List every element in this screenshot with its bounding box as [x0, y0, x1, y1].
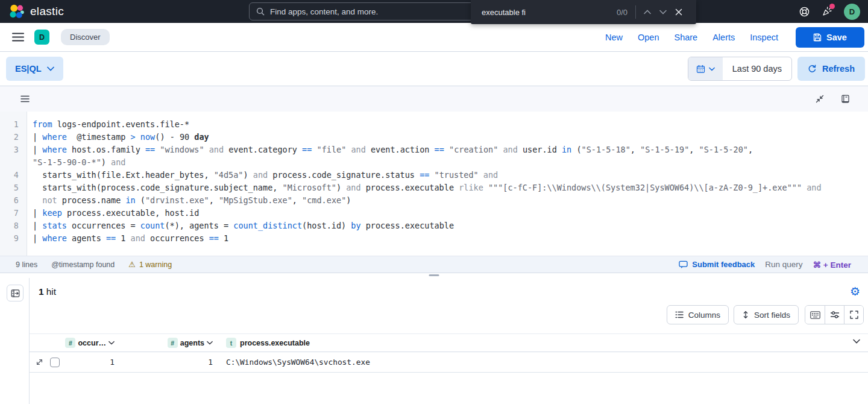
- code-text: "S-1-5-90-0-*") and: [27, 156, 125, 169]
- keyboard-shortcuts-button[interactable]: [805, 306, 825, 324]
- chevron-down-icon[interactable]: [108, 341, 115, 345]
- feedback-label: Submit feedback: [692, 260, 755, 269]
- code-line[interactable]: 2| where @timestamp > now() - 90 day: [0, 131, 868, 144]
- grid-view-button-group: [805, 305, 864, 324]
- code-line[interactable]: 3| where host.os.family == "windows" and…: [0, 144, 868, 156]
- find-next-icon[interactable]: [655, 4, 671, 20]
- inspect-link[interactable]: Inspect: [750, 33, 778, 42]
- timestamp-detected: @timestamp found: [51, 260, 115, 269]
- panel-splitter: [0, 273, 868, 278]
- code-text: not process.name in ("drvinst.exe", "MpS…: [27, 194, 351, 207]
- time-range-value[interactable]: Last 90 days: [723, 57, 791, 80]
- fullscreen-button[interactable]: [844, 306, 863, 324]
- elastic-home-link[interactable]: elastic: [8, 4, 64, 20]
- collapse-editor-icon[interactable]: [815, 94, 825, 104]
- find-match-count: 0/0: [617, 8, 627, 17]
- refresh-button[interactable]: Refresh: [797, 57, 865, 81]
- line-number: 1: [0, 118, 27, 131]
- chevron-down-icon[interactable]: [207, 341, 213, 345]
- resize-handle[interactable]: [429, 274, 439, 276]
- toolbar-actions: New Open Share Alerts Inspect Save: [605, 27, 864, 48]
- sort-icon: [742, 311, 749, 319]
- line-number: 2: [0, 131, 27, 144]
- help-icon[interactable]: [799, 6, 810, 17]
- quick-select-button[interactable]: [688, 57, 723, 80]
- sort-fields-label: Sort fields: [754, 311, 790, 320]
- find-divider: [635, 5, 636, 19]
- line-number: 3: [0, 144, 27, 156]
- warning-count: 1 warning: [139, 260, 172, 269]
- kibana-discover-page: elastic Find apps, content, and more.: [0, 0, 868, 404]
- save-button[interactable]: Save: [796, 27, 864, 48]
- expand-row-icon[interactable]: [36, 358, 43, 366]
- code-line[interactable]: 8| stats occurrences = count(*), agents …: [0, 219, 868, 232]
- gear-icon[interactable]: ⚙: [850, 286, 860, 297]
- columns-button[interactable]: Columns: [667, 305, 729, 324]
- breadcrumb-discover[interactable]: Discover: [61, 29, 110, 45]
- submit-feedback-link[interactable]: Submit feedback: [679, 260, 755, 269]
- code-text: starts_with(process.code_signature.subje…: [27, 181, 822, 194]
- line-number: 6: [0, 194, 27, 207]
- grid-header-row: # occur… # agents t process.executable: [30, 333, 868, 352]
- esql-label: ES|QL: [15, 64, 42, 74]
- occurrences-label: occur…: [78, 339, 106, 347]
- documentation-icon[interactable]: [841, 95, 850, 104]
- header-process-executable[interactable]: t process.executable: [216, 338, 868, 348]
- number-field-badge: #: [168, 338, 178, 348]
- row-checkbox[interactable]: [50, 358, 60, 367]
- line-number: 4: [0, 169, 27, 181]
- process-executable-label: process.executable: [240, 339, 310, 347]
- query-bar: ES|QL La: [0, 52, 868, 86]
- header-actions: D: [799, 0, 860, 23]
- share-link[interactable]: Share: [674, 33, 697, 42]
- cell-occurrences[interactable]: 1: [61, 358, 118, 367]
- run-query-label[interactable]: Run query: [765, 260, 802, 269]
- code-line[interactable]: 1from logs-endpoint.events.file-*: [0, 118, 868, 131]
- feedback-icon: [679, 260, 688, 269]
- open-link[interactable]: Open: [638, 33, 659, 42]
- query-history-icon[interactable]: [20, 95, 30, 103]
- code-line[interactable]: 9| where agents == 1 and occurrences == …: [0, 232, 868, 245]
- display-options-button[interactable]: [825, 306, 844, 324]
- list-icon: [675, 311, 684, 319]
- agents-label: agents: [180, 339, 204, 347]
- hit-count-value: 1: [39, 286, 44, 297]
- header-agents[interactable]: # agents: [118, 338, 216, 348]
- open-sidebar-button[interactable]: [7, 285, 24, 301]
- find-previous-icon[interactable]: [640, 4, 655, 20]
- alerts-link[interactable]: Alerts: [712, 33, 735, 42]
- user-avatar[interactable]: D: [844, 4, 860, 20]
- line-count: 9 lines: [16, 260, 37, 269]
- cell-process-executable[interactable]: C:\Windows\SysWOW64\svchost.exe: [216, 358, 868, 367]
- grid-toolbar: Columns Sort fields: [30, 297, 868, 329]
- nav-menu-icon[interactable]: [12, 33, 24, 42]
- find-close-icon[interactable]: [671, 4, 687, 20]
- code-line[interactable]: 6 not process.name in ("drvinst.exe", "M…: [0, 194, 868, 207]
- space-avatar[interactable]: D: [34, 30, 49, 45]
- esql-code-area[interactable]: 1from logs-endpoint.events.file-*2| wher…: [0, 112, 868, 256]
- search-icon: [256, 7, 265, 16]
- run-query-shortcut: ⌘ + Enter: [813, 260, 851, 270]
- code-line[interactable]: "S-1-5-90-0-*") and: [0, 156, 868, 169]
- newsfeed-icon[interactable]: [822, 6, 832, 17]
- notification-dot: [829, 4, 835, 9]
- header-actions-chevron-icon[interactable]: [853, 339, 860, 344]
- save-icon: [813, 33, 822, 42]
- code-line[interactable]: 4 starts_with(file.Ext.header_bytes, "4d…: [0, 169, 868, 181]
- new-link[interactable]: New: [605, 33, 623, 42]
- warning-indicator[interactable]: ⚠ 1 warning: [128, 260, 172, 269]
- editor-footer: 9 lines @timestamp found ⚠ 1 warning Sub…: [0, 256, 868, 273]
- cell-agents[interactable]: 1: [118, 358, 216, 367]
- code-text: from logs-endpoint.events.file-*: [27, 118, 189, 131]
- browser-find-bar: executable fi 0/0: [471, 0, 696, 24]
- find-query-input[interactable]: executable fi: [482, 8, 617, 17]
- header-occurrences[interactable]: # occur…: [61, 338, 118, 348]
- code-line[interactable]: 7| keep process.executable, host.id: [0, 207, 868, 219]
- code-text: | stats occurrences = count(*), agents =…: [27, 219, 454, 232]
- editor-header: [0, 86, 868, 112]
- esql-mode-button[interactable]: ES|QL: [6, 57, 63, 81]
- sort-fields-button[interactable]: Sort fields: [734, 305, 799, 324]
- refresh-icon: [808, 65, 817, 74]
- code-line[interactable]: 5 starts_with(process.code_signature.sub…: [0, 181, 868, 194]
- code-text: | keep process.executable, host.id: [27, 207, 199, 219]
